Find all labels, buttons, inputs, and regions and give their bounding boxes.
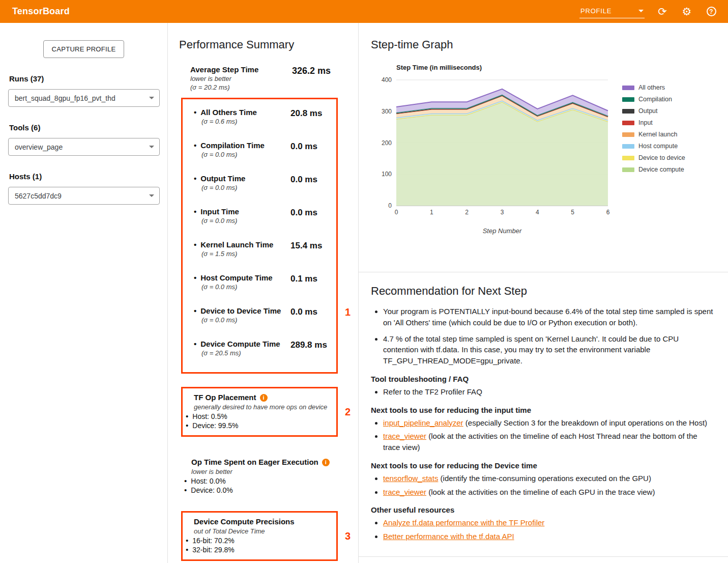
metric-sigma: (σ = 0.0 ms) bbox=[201, 283, 273, 291]
runs-label: Runs (37) bbox=[9, 74, 160, 83]
tf-op-placement-title-row: TF Op Placement i bbox=[194, 392, 330, 403]
chevron-down-icon bbox=[149, 146, 154, 148]
bullet: • bbox=[194, 240, 196, 249]
metric-label: •Host Compute Time bbox=[194, 273, 273, 283]
settings-button[interactable]: ⚙ bbox=[680, 5, 693, 18]
metric-value: 0.0 ms bbox=[290, 207, 330, 225]
precision-32bit: •32-bit: 29.8% bbox=[186, 545, 330, 554]
legend-swatch bbox=[622, 121, 634, 125]
reload-icon: ⟳ bbox=[658, 6, 667, 17]
fact-text: Device: 0.0% bbox=[191, 486, 232, 494]
annotation-box-2: 2 TF Op Placement i generally desired to… bbox=[181, 387, 338, 437]
runs-select[interactable]: bert_squad_8gpu_fp16_pvt_thd bbox=[8, 89, 160, 107]
info-icon[interactable]: i bbox=[260, 394, 268, 402]
average-step-time-note: lower is better bbox=[190, 74, 258, 83]
legend-label: Compilation bbox=[638, 96, 672, 103]
step-time-chart-row: Step Time (in milliseconds)0100200300400… bbox=[371, 64, 716, 239]
device-tool-item: tensorflow_stats (identify the time-cons… bbox=[383, 473, 714, 484]
chevron-down-icon bbox=[638, 10, 644, 12]
tensorflow-stats-link[interactable]: tensorflow_stats bbox=[383, 474, 438, 483]
metric-left: •Kernel Launch Time (σ = 1.5 ms) bbox=[194, 240, 273, 258]
legend-label: Input bbox=[638, 119, 653, 126]
metric-label-text: Input Time bbox=[200, 207, 239, 216]
chart-legend: All othersCompilationOutputInputKernel l… bbox=[622, 84, 685, 239]
sidebar: CAPTURE PROFILE Runs (37) bert_squad_8gp… bbox=[0, 23, 168, 563]
metric-label-text: Kernel Launch Time bbox=[200, 240, 273, 249]
chevron-down-icon bbox=[149, 194, 154, 197]
legend-item: Kernel launch bbox=[622, 131, 685, 138]
trace-viewer-link[interactable]: trace_viewer bbox=[383, 488, 426, 496]
metric-value: 20.8 ms bbox=[290, 107, 330, 126]
tensorboard-profile-page: TensorBoard PROFILE ⟳ ⚙ ? CAPTURE PROFIL… bbox=[0, 0, 728, 563]
svg-text:4: 4 bbox=[536, 209, 539, 216]
chart-title: Step Time (in milliseconds) bbox=[396, 64, 482, 71]
topbar-controls: PROFILE ⟳ ⚙ ? bbox=[579, 5, 718, 18]
eager-execution-block: Op Time Spent on Eager Execution i lower… bbox=[184, 457, 338, 495]
metric-left: •Output Time (σ = 0.0 ms) bbox=[194, 174, 245, 192]
metric-label: •Kernel Launch Time bbox=[194, 240, 273, 249]
item-text: (especially Section 3 for the breakdown … bbox=[463, 418, 707, 427]
metric-label: •Device to Device Time bbox=[194, 306, 281, 316]
resource-item: Better performance with the tf.data API bbox=[383, 531, 714, 542]
svg-text:2: 2 bbox=[465, 209, 469, 216]
performance-summary-panel: Performance Summary Average Step Time lo… bbox=[168, 23, 359, 563]
metric-left: •Compilation Time (σ = 0.0 ms) bbox=[194, 140, 265, 159]
bullet: • bbox=[186, 536, 188, 545]
item-text: (identify the time-consuming operations … bbox=[438, 474, 651, 483]
recommendation-panel: Recommendation for Next Step Your progra… bbox=[359, 272, 728, 542]
metric-value: 15.4 ms bbox=[290, 240, 330, 258]
bullet: • bbox=[184, 486, 187, 494]
metric-label-text: Output Time bbox=[200, 174, 245, 183]
metric-label-text: Compilation Time bbox=[200, 141, 265, 150]
legend-item: Output bbox=[622, 107, 685, 115]
reload-button[interactable]: ⟳ bbox=[656, 5, 669, 18]
step-time-graph-panel: Step-time Graph Step Time (in millisecon… bbox=[359, 23, 728, 272]
legend-label: Output bbox=[638, 107, 658, 115]
device-tool-item: trace_viewer (look at the activities on … bbox=[383, 487, 714, 498]
trace-viewer-link[interactable]: trace_viewer bbox=[383, 432, 426, 440]
metric-sigma: (σ = 0.0 ms) bbox=[201, 316, 281, 324]
input-tool-item: input_pipeline_analyzer (especially Sect… bbox=[383, 417, 714, 429]
metric-left: •Device to Device Time (σ = 0.0 ms) bbox=[194, 306, 281, 324]
metric-row-device-to-device: •Device to Device Time (σ = 0.0 ms) 0.0 … bbox=[186, 306, 330, 324]
help-icon: ? bbox=[707, 7, 716, 16]
metric-left: •Host Compute Time (σ = 0.0 ms) bbox=[194, 273, 273, 291]
metric-sigma: (σ = 0.6 ms) bbox=[201, 117, 257, 126]
input-tool-item: trace_viewer (look at the activities on … bbox=[383, 431, 714, 453]
info-icon[interactable]: i bbox=[322, 459, 330, 466]
faq-list: Refer to the TF2 Profiler FAQ bbox=[383, 386, 714, 398]
fact-text: 16-bit: 70.2% bbox=[192, 537, 235, 545]
tools-select[interactable]: overview_page bbox=[8, 138, 160, 156]
average-step-time-row: Average Step Time lower is better (σ = 2… bbox=[183, 65, 338, 92]
capture-profile-button[interactable]: CAPTURE PROFILE bbox=[43, 40, 125, 58]
svg-text:5: 5 bbox=[571, 209, 574, 216]
eager-note: lower is better bbox=[191, 467, 338, 476]
metric-row-kernel-launch: •Kernel Launch Time (σ = 1.5 ms) 15.4 ms bbox=[186, 240, 330, 258]
dashboard-select[interactable]: PROFILE bbox=[579, 5, 645, 18]
tfdata-api-link[interactable]: Better performance with the tf.data API bbox=[383, 532, 514, 541]
input-tools-heading: Next tools to use for reducing the input… bbox=[371, 406, 714, 414]
svg-text:400: 400 bbox=[382, 76, 392, 83]
help-button[interactable]: ? bbox=[705, 5, 718, 18]
metric-value: 289.8 ms bbox=[290, 339, 330, 357]
metric-label: •Input Time bbox=[194, 207, 239, 216]
tools-select-value: overview_page bbox=[15, 143, 63, 151]
tfdata-performance-link[interactable]: Analyze tf.data performance with the TF … bbox=[383, 518, 544, 527]
bullet: • bbox=[194, 207, 196, 216]
eager-device: •Device: 0.0% bbox=[184, 486, 338, 495]
bullet: • bbox=[194, 340, 196, 348]
input-tools-list: input_pipeline_analyzer (especially Sect… bbox=[383, 417, 714, 453]
legend-item: Input bbox=[622, 119, 685, 126]
legend-swatch bbox=[622, 167, 634, 172]
hosts-select[interactable]: 5627c5dd7dc9 bbox=[8, 187, 160, 205]
bullet: • bbox=[186, 412, 188, 420]
input-pipeline-analyzer-link[interactable]: input_pipeline_analyzer bbox=[383, 418, 463, 427]
metric-value: 0.1 ms bbox=[290, 273, 330, 291]
step-time-chart[interactable]: Step Time (in milliseconds)0100200300400… bbox=[371, 64, 615, 239]
legend-swatch bbox=[622, 132, 634, 137]
faq-heading: Tool troubleshooting / FAQ bbox=[371, 375, 714, 383]
metric-sigma: (σ = 20.5 ms) bbox=[201, 349, 280, 357]
precision-16bit: •16-bit: 70.2% bbox=[186, 536, 330, 545]
metric-label-text: All Others Time bbox=[200, 108, 257, 117]
fact-text: Host: 0.5% bbox=[192, 412, 227, 420]
